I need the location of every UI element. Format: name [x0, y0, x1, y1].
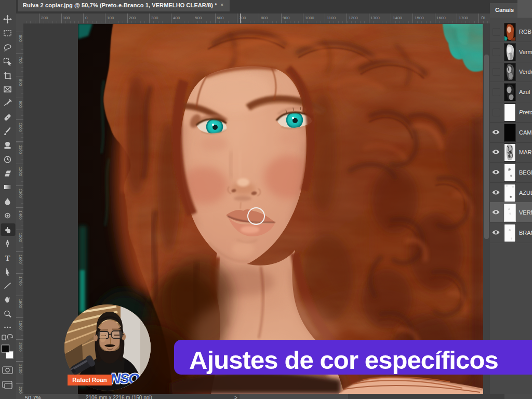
svg-text:T: T: [5, 254, 10, 262]
